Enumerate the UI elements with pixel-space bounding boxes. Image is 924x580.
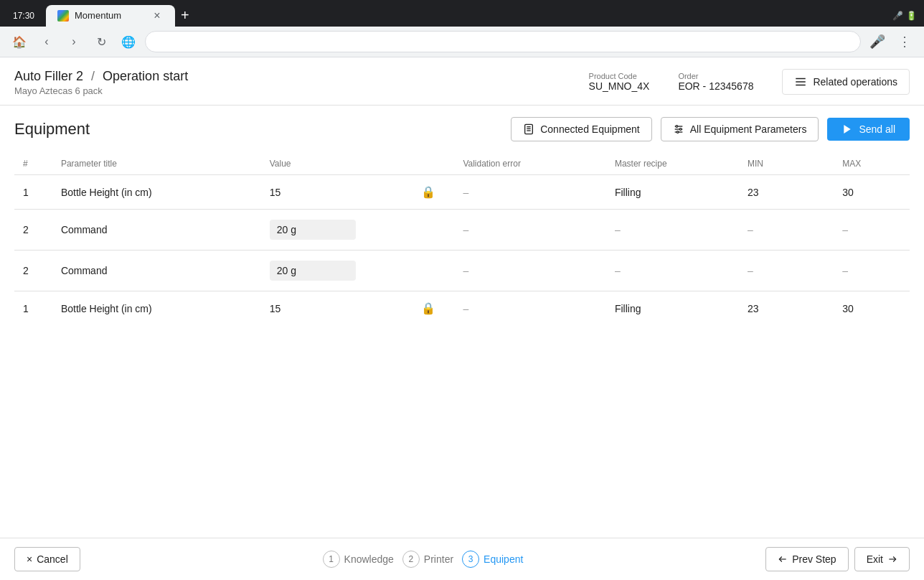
order-value: EOR - 12345678 [678,80,753,92]
app-footer: × Cancel 1 Knowledge 2 Printer 3 Equipen… [0,538,924,554]
related-ops-label: Related operations [813,76,897,88]
svg-point-10 [676,126,678,128]
table-header-row: # Parameter title Value Validation error… [14,153,910,175]
send-all-button[interactable]: Send all [827,118,910,141]
cell-recipe: – [606,210,739,251]
col-header-min: MIN [739,153,834,175]
cell-lock [412,251,454,291]
table-row: 2 Command – – – – [14,210,910,251]
cancel-label: Cancel [37,553,68,554]
send-all-label: Send all [859,123,895,135]
cell-title: Command [52,251,261,291]
connected-btn-label: Connected Equipment [540,123,640,135]
new-tab-button[interactable]: + [175,4,195,27]
cell-min: 23 [739,175,834,210]
globe-button[interactable]: 🌐 [118,31,139,52]
prev-step-label: Prev Step [792,553,836,554]
col-header-max: MAX [834,153,910,175]
step-circle-3: 3 [462,551,479,554]
app-content: Auto Filler 2 / Operation start Mayo Azt… [0,57,924,554]
header-right: Product Code SU_MNO_4X Order EOR - 12345… [589,69,910,95]
tab-title: Momentum [75,10,121,21]
svg-point-12 [676,131,679,134]
cell-num: 2 [14,210,52,251]
step-item-2[interactable]: 2 Printer [402,551,453,554]
table-row: 1 Bottle Height (in cm) 15 🔒 – Filling 2… [14,175,910,210]
mic-status-icon: 🎤 [892,11,903,21]
step-item-3[interactable]: 3 Equipent [462,551,523,554]
value-input[interactable] [270,261,356,281]
cell-validation: – [454,291,606,326]
refresh-button[interactable]: ↻ [90,31,112,52]
doc-icon [523,123,534,135]
tab-bar: Momentum × + [46,4,887,27]
cell-lock [412,210,454,251]
cell-value[interactable] [261,210,413,251]
cell-recipe: Filling [606,175,739,210]
tab-close-button[interactable]: × [151,9,164,22]
lock-icon: 🔒 [421,186,435,198]
active-tab[interactable]: Momentum × [46,5,175,27]
params-btn-label: All Equipment Parameters [690,123,807,135]
cell-value[interactable] [261,251,413,291]
cell-lock: 🔒 [412,291,454,326]
cell-max: 30 [834,175,910,210]
equipment-section: Equipment Connected Equipment All Equ [0,106,924,337]
product-code-meta: Product Code SU_MNO_4X [589,72,650,92]
breadcrumb: Auto Filler 2 / Operation start [14,69,188,84]
col-header-num: # [14,153,52,175]
cell-recipe: Filling [606,291,739,326]
cancel-icon: × [27,553,32,554]
play-icon [842,123,853,135]
cell-min: – [739,210,834,251]
table-row: 1 Bottle Height (in cm) 15 🔒 – Filling 2… [14,291,910,326]
address-bar[interactable] [145,31,861,52]
exit-button[interactable]: Exit [854,547,910,554]
toolbar-actions: Connected Equipment All Equipment Parame… [511,117,910,141]
breadcrumb-part1: Auto Filler 2 [14,69,83,83]
time-display: 17:30 [7,8,40,24]
prev-step-button[interactable]: Prev Step [765,547,848,554]
cell-min: 23 [739,291,834,326]
nav-right: 🎤 ⋮ [867,31,915,52]
step-item-1[interactable]: 1 Knowledge [323,551,394,554]
col-header-recipe: Master recipe [606,153,739,175]
cell-title: Command [52,210,261,251]
app-header: Auto Filler 2 / Operation start Mayo Azt… [0,57,924,106]
forward-button[interactable]: › [63,31,85,52]
back-button[interactable]: ‹ [36,31,57,52]
col-header-value: Value [261,153,413,175]
footer-left: × Cancel [14,547,80,554]
browser-menu-icon[interactable]: ⋮ [894,31,915,52]
nav-bar: 🏠 ‹ › ↻ 🌐 🎤 ⋮ [0,27,924,57]
value-input[interactable] [270,220,356,240]
cell-title: Bottle Height (in cm) [52,175,261,210]
step-label-1: Knowledge [344,553,394,554]
cell-max: – [834,210,910,251]
cell-title: Bottle Height (in cm) [52,291,261,326]
svg-marker-13 [844,125,851,134]
connected-equipment-button[interactable]: Connected Equipment [511,117,652,141]
table-row: 2 Command – – – – [14,251,910,291]
microphone-icon[interactable]: 🎤 [867,31,888,52]
cell-validation: – [454,251,606,291]
related-operations-button[interactable]: Related operations [782,69,910,95]
tab-favicon [57,10,69,22]
cell-max: – [834,251,910,291]
home-button[interactable]: 🏠 [9,31,30,52]
cell-value: 15 [261,175,413,210]
order-label: Order [678,72,753,80]
cell-num: 1 [14,175,52,210]
svg-point-11 [679,128,682,131]
lock-icon: 🔒 [421,302,435,314]
col-header-lock [412,153,454,175]
breadcrumb-part2: Operation start [103,69,188,83]
sub-title: Mayo Aztecas 6 pack [14,85,188,96]
cell-validation: – [454,210,606,251]
all-params-button[interactable]: All Equipment Parameters [661,117,819,141]
cancel-button[interactable]: × Cancel [14,547,80,554]
browser-chrome: 17:30 Momentum × + 🎤 🔋 [0,0,924,27]
cell-value: 15 [261,291,413,326]
product-code-value: SU_MNO_4X [589,80,650,92]
status-icons: 🎤 🔋 [892,11,917,21]
